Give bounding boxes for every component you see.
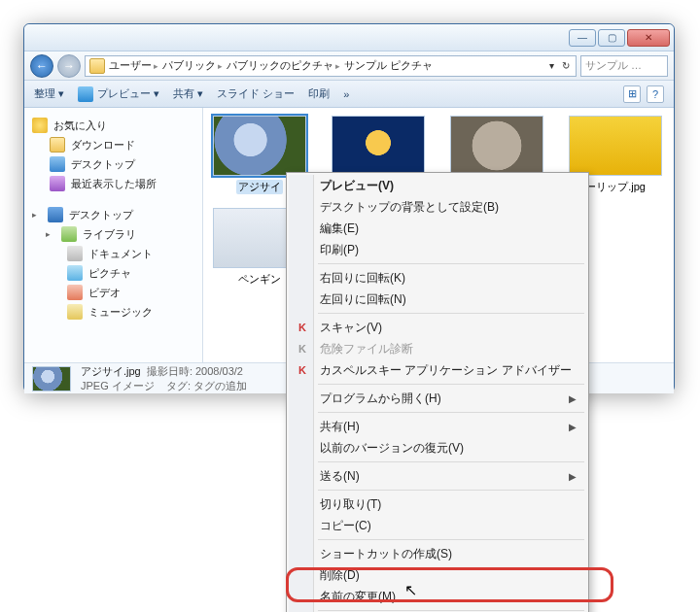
thumbnail-image <box>332 116 425 176</box>
crumb: パブリックのピクチャ▸ <box>227 58 340 73</box>
star-icon <box>32 118 48 133</box>
picture-icon <box>67 265 83 281</box>
recent-icon <box>50 176 65 191</box>
address-bar[interactable]: ユーザー▸ パブリック▸ パブリックのピクチャ▸ サンプル ピクチャ ▾ ↻ <box>85 55 577 77</box>
menu-item-label: ショートカットの作成(S) <box>320 546 452 562</box>
menu-item[interactable]: スキャン(V) <box>289 317 586 338</box>
details-thumbnail <box>32 366 71 391</box>
sidebar-desktop[interactable]: ▸デスクトップ <box>28 205 198 224</box>
details-filename: アジサイ.jpg <box>81 365 141 377</box>
crumb: サンプル ピクチャ <box>344 58 433 73</box>
menu-item[interactable]: カスペルスキー アプリケーション アドバイザー <box>289 359 586 381</box>
menu-separator <box>318 263 584 264</box>
menu-item[interactable]: 編集(E) <box>289 218 586 239</box>
menu-separator <box>318 461 584 462</box>
menu-item-label: 削除(D) <box>320 567 360 584</box>
menu-item[interactable]: デスクトップの背景として設定(B) <box>289 196 586 218</box>
sidebar-item-downloads[interactable]: ダウンロード <box>28 135 198 154</box>
sidebar-library[interactable]: ▸ライブラリ <box>28 224 198 244</box>
minimize-button[interactable]: — <box>569 29 596 47</box>
forward-button[interactable]: → <box>57 54 81 78</box>
kaspersky-icon <box>295 341 310 357</box>
menu-item[interactable]: 送る(N)▶ <box>289 465 586 487</box>
menu-separator <box>318 539 584 540</box>
menu-item-label: 右回りに回転(K) <box>320 270 405 287</box>
folder-icon <box>50 137 65 153</box>
menu-item[interactable]: 左回りに回転(N) <box>289 289 586 310</box>
maximize-button[interactable]: ▢ <box>598 29 625 47</box>
share-menu[interactable]: 共有 ▾ <box>173 86 203 101</box>
back-button[interactable]: ← <box>30 54 53 78</box>
close-button[interactable]: ✕ <box>627 29 670 47</box>
menu-item[interactable]: ショートカットの作成(S) <box>289 543 586 564</box>
navbar: ← → ユーザー▸ パブリック▸ パブリックのピクチャ▸ サンプル ピクチャ ▾… <box>24 51 674 81</box>
menu-item[interactable]: 共有(H)▶ <box>289 416 586 437</box>
sidebar-item-videos[interactable]: ビデオ <box>28 283 198 302</box>
crumb: ユーザー▸ <box>109 58 158 73</box>
search-input[interactable]: サンプル … <box>580 55 668 77</box>
preview-icon <box>78 86 93 102</box>
dropdown-icon[interactable]: ▾ <box>547 60 556 71</box>
details-type: JPEG イメージ <box>81 380 155 391</box>
slideshow-button[interactable]: スライド ショー <box>217 86 295 101</box>
preview-menu[interactable]: プレビュー ▾ <box>78 86 159 102</box>
toolbar: 整理 ▾ プレビュー ▾ 共有 ▾ スライド ショー 印刷 » ⊞ ? <box>24 81 674 108</box>
organize-menu[interactable]: 整理 ▾ <box>34 86 64 101</box>
view-button[interactable]: ⊞ <box>623 85 641 103</box>
help-button[interactable]: ? <box>647 85 664 103</box>
music-icon <box>67 304 83 320</box>
library-icon <box>61 226 77 242</box>
sidebar: お気に入り ダウンロード デスクトップ 最近表示した場所 ▸デスクトップ ▸ライ… <box>24 108 203 362</box>
print-button[interactable]: 印刷 <box>308 86 330 101</box>
chevron-right-icon: ▸ <box>335 61 340 71</box>
menu-separator <box>318 610 584 611</box>
sidebar-item-desktop[interactable]: デスクトップ <box>28 154 198 174</box>
sidebar-item-documents[interactable]: ドキュメント <box>28 244 198 263</box>
menu-item[interactable]: 名前の変更(M) <box>289 586 586 607</box>
menu-item-label: コピー(C) <box>320 518 371 534</box>
menu-separator <box>318 412 584 413</box>
overflow-icon[interactable]: » <box>343 88 349 100</box>
thumbnail-label: ーリップ.jpg <box>585 180 646 194</box>
crumb: パブリック▸ <box>162 58 223 73</box>
chevron-right-icon: ▸ <box>218 61 223 71</box>
menu-item-label: 編集(E) <box>320 221 359 237</box>
menu-item-label: プレビュー(V) <box>320 178 394 194</box>
menu-item[interactable]: プログラムから開く(H)▶ <box>289 388 586 409</box>
menu-separator <box>318 490 584 491</box>
tri-icon: ▸ <box>32 210 42 220</box>
submenu-arrow-icon: ▶ <box>569 422 577 432</box>
thumbnail-image <box>213 116 306 176</box>
menu-item-label: 危険ファイル診断 <box>320 341 413 357</box>
sidebar-favorites[interactable]: お気に入り <box>28 116 198 135</box>
menu-item-label: 名前の変更(M) <box>320 589 396 605</box>
thumbnail-label: ペンギン <box>238 272 281 287</box>
menu-item: 危険ファイル診断 <box>289 338 586 359</box>
menu-item[interactable]: 切り取り(T) <box>289 493 586 515</box>
menu-item-label: スキャン(V) <box>320 320 382 336</box>
menu-item[interactable]: 以前のバージョンの復元(V) <box>289 437 586 459</box>
sidebar-item-pictures[interactable]: ピクチャ <box>28 263 198 283</box>
kaspersky-icon <box>295 320 310 335</box>
titlebar: — ▢ ✕ <box>24 24 674 51</box>
menu-item[interactable]: 右回りに回転(K) <box>289 267 586 289</box>
context-menu: プレビュー(V)デスクトップの背景として設定(B)編集(E)印刷(P)右回りに回… <box>286 172 589 612</box>
submenu-arrow-icon: ▶ <box>569 393 577 404</box>
refresh-icon[interactable]: ↻ <box>560 60 572 71</box>
menu-item-label: 左回りに回転(N) <box>320 291 406 308</box>
chevron-right-icon: ▸ <box>154 61 158 71</box>
menu-item-label: プログラムから開く(H) <box>320 391 441 407</box>
menu-item-label: 以前のバージョンの復元(V) <box>320 440 464 457</box>
menu-separator <box>318 313 584 314</box>
document-icon <box>67 246 83 261</box>
menu-item[interactable]: コピー(C) <box>289 515 586 536</box>
menu-item[interactable]: プレビュー(V) <box>289 175 586 196</box>
sidebar-item-recent[interactable]: 最近表示した場所 <box>28 174 198 193</box>
menu-item-label: デスクトップの背景として設定(B) <box>320 199 499 216</box>
monitor-icon <box>48 207 63 222</box>
menu-item[interactable]: 削除(D) <box>289 564 586 586</box>
menu-item[interactable]: 印刷(P) <box>289 239 586 260</box>
thumbnail-image <box>569 116 662 176</box>
sidebar-item-music[interactable]: ミュージック <box>28 302 198 322</box>
thumbnail-label: アジサイ <box>236 180 283 194</box>
